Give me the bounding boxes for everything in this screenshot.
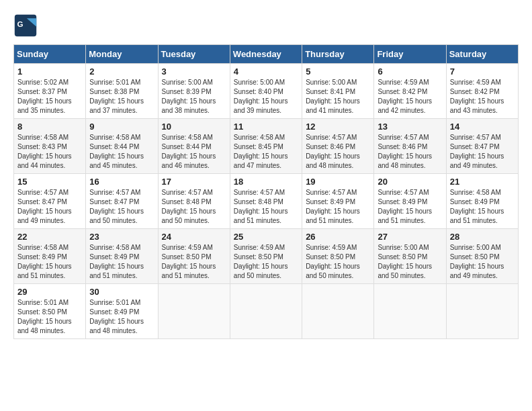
calendar-cell: 9 Sunrise: 4:58 AM Sunset: 8:44 PM Dayli… [86,119,158,174]
day-number: 15 [17,177,82,187]
day-number: 26 [306,232,370,242]
day-info: Sunrise: 5:00 AM Sunset: 8:50 PM Dayligh… [450,243,515,281]
calendar-cell: 27 Sunrise: 5:00 AM Sunset: 8:50 PM Dayl… [374,229,446,284]
col-sunday: Sunday [14,45,86,64]
day-info: Sunrise: 4:58 AM Sunset: 8:45 PM Dayligh… [234,133,298,171]
day-info: Sunrise: 4:59 AM Sunset: 8:50 PM Dayligh… [162,243,226,281]
day-number: 1 [17,66,82,77]
day-number: 17 [162,177,226,187]
day-number: 2 [89,66,154,77]
calendar-cell: 10 Sunrise: 4:58 AM Sunset: 8:44 PM Dayl… [158,119,230,174]
calendar-cell: 8 Sunrise: 4:58 AM Sunset: 8:43 PM Dayli… [14,119,86,174]
day-info: Sunrise: 5:00 AM Sunset: 8:40 PM Dayligh… [234,78,298,116]
day-info: Sunrise: 5:00 AM Sunset: 8:41 PM Dayligh… [306,78,370,116]
calendar-cell: 17 Sunrise: 4:57 AM Sunset: 8:48 PM Dayl… [158,174,230,229]
calendar-cell: 18 Sunrise: 4:57 AM Sunset: 8:48 PM Dayl… [230,174,302,229]
calendar-cell [230,284,302,339]
day-number: 10 [162,122,226,132]
col-tuesday: Tuesday [158,45,230,64]
day-number: 29 [17,287,82,297]
day-info: Sunrise: 4:59 AM Sunset: 8:42 PM Dayligh… [450,78,515,116]
day-info: Sunrise: 5:01 AM Sunset: 8:49 PM Dayligh… [89,298,154,336]
day-number: 28 [450,232,515,242]
calendar-cell: 11 Sunrise: 4:58 AM Sunset: 8:45 PM Dayl… [230,119,302,174]
calendar-cell: 3 Sunrise: 5:00 AM Sunset: 8:39 PM Dayli… [158,64,230,119]
page-header: G [13,13,519,38]
day-info: Sunrise: 4:59 AM Sunset: 8:50 PM Dayligh… [234,243,298,281]
day-info: Sunrise: 4:57 AM Sunset: 8:48 PM Dayligh… [162,188,226,226]
day-number: 13 [378,122,442,132]
day-info: Sunrise: 4:57 AM Sunset: 8:49 PM Dayligh… [306,188,370,226]
calendar-cell: 26 Sunrise: 4:59 AM Sunset: 8:50 PM Dayl… [302,229,374,284]
calendar-row: 1 Sunrise: 5:02 AM Sunset: 8:37 PM Dayli… [14,64,519,119]
calendar-cell: 2 Sunrise: 5:01 AM Sunset: 8:38 PM Dayli… [86,64,158,119]
calendar-row: 8 Sunrise: 4:58 AM Sunset: 8:43 PM Dayli… [14,119,519,174]
day-number: 16 [89,177,154,187]
calendar-row: 22 Sunrise: 4:58 AM Sunset: 8:49 PM Dayl… [14,229,519,284]
day-number: 8 [17,122,82,132]
day-info: Sunrise: 5:01 AM Sunset: 8:50 PM Dayligh… [17,298,82,336]
calendar-cell: 25 Sunrise: 4:59 AM Sunset: 8:50 PM Dayl… [230,229,302,284]
calendar-cell: 20 Sunrise: 4:57 AM Sunset: 8:49 PM Dayl… [374,174,446,229]
day-number: 3 [162,66,226,77]
calendar-row: 15 Sunrise: 4:57 AM Sunset: 8:47 PM Dayl… [14,174,519,229]
calendar-cell: 15 Sunrise: 4:57 AM Sunset: 8:47 PM Dayl… [14,174,86,229]
day-info: Sunrise: 5:00 AM Sunset: 8:39 PM Dayligh… [162,78,226,116]
col-monday: Monday [86,45,158,64]
calendar-header-row: Sunday Monday Tuesday Wednesday Thursday… [14,45,519,64]
day-info: Sunrise: 4:57 AM Sunset: 8:46 PM Dayligh… [306,133,370,171]
calendar-cell: 6 Sunrise: 4:59 AM Sunset: 8:42 PM Dayli… [374,64,446,119]
calendar-cell: 23 Sunrise: 4:58 AM Sunset: 8:49 PM Dayl… [86,229,158,284]
calendar-cell: 14 Sunrise: 4:57 AM Sunset: 8:47 PM Dayl… [446,119,518,174]
calendar-cell: 28 Sunrise: 5:00 AM Sunset: 8:50 PM Dayl… [446,229,518,284]
calendar-cell: 7 Sunrise: 4:59 AM Sunset: 8:42 PM Dayli… [446,64,518,119]
calendar-cell: 5 Sunrise: 5:00 AM Sunset: 8:41 PM Dayli… [302,64,374,119]
col-saturday: Saturday [446,45,518,64]
day-info: Sunrise: 5:01 AM Sunset: 8:38 PM Dayligh… [89,78,154,116]
calendar-cell: 21 Sunrise: 4:58 AM Sunset: 8:49 PM Dayl… [446,174,518,229]
day-info: Sunrise: 4:57 AM Sunset: 8:49 PM Dayligh… [378,188,442,226]
calendar-cell [446,284,518,339]
day-number: 6 [378,66,442,77]
calendar-row: 29 Sunrise: 5:01 AM Sunset: 8:50 PM Dayl… [14,284,519,339]
calendar-cell [374,284,446,339]
calendar-cell: 13 Sunrise: 4:57 AM Sunset: 8:46 PM Dayl… [374,119,446,174]
calendar-cell: 19 Sunrise: 4:57 AM Sunset: 8:49 PM Dayl… [302,174,374,229]
calendar-body: 1 Sunrise: 5:02 AM Sunset: 8:37 PM Dayli… [14,64,519,339]
calendar-cell: 1 Sunrise: 5:02 AM Sunset: 8:37 PM Dayli… [14,64,86,119]
calendar-cell: 4 Sunrise: 5:00 AM Sunset: 8:40 PM Dayli… [230,64,302,119]
day-info: Sunrise: 4:57 AM Sunset: 8:47 PM Dayligh… [89,188,154,226]
day-number: 12 [306,122,370,132]
calendar-table: Sunday Monday Tuesday Wednesday Thursday… [13,44,519,339]
day-number: 27 [378,232,442,242]
day-info: Sunrise: 4:57 AM Sunset: 8:48 PM Dayligh… [234,188,298,226]
day-number: 18 [234,177,298,187]
calendar-cell [302,284,374,339]
day-info: Sunrise: 4:58 AM Sunset: 8:43 PM Dayligh… [17,133,82,171]
day-number: 22 [17,232,82,242]
day-info: Sunrise: 4:58 AM Sunset: 8:49 PM Dayligh… [17,243,82,281]
day-info: Sunrise: 5:00 AM Sunset: 8:50 PM Dayligh… [378,243,442,281]
day-info: Sunrise: 4:58 AM Sunset: 8:49 PM Dayligh… [450,188,515,226]
day-info: Sunrise: 4:57 AM Sunset: 8:46 PM Dayligh… [378,133,442,171]
day-number: 24 [162,232,226,242]
day-number: 19 [306,177,370,187]
calendar-cell: 16 Sunrise: 4:57 AM Sunset: 8:47 PM Dayl… [86,174,158,229]
day-number: 30 [89,287,154,297]
day-number: 4 [234,66,298,77]
day-info: Sunrise: 4:59 AM Sunset: 8:50 PM Dayligh… [306,243,370,281]
day-info: Sunrise: 4:59 AM Sunset: 8:42 PM Dayligh… [378,78,442,116]
col-thursday: Thursday [302,45,374,64]
col-friday: Friday [374,45,446,64]
day-info: Sunrise: 4:58 AM Sunset: 8:44 PM Dayligh… [89,133,154,171]
day-number: 23 [89,232,154,242]
day-number: 5 [306,66,370,77]
calendar-cell: 24 Sunrise: 4:59 AM Sunset: 8:50 PM Dayl… [158,229,230,284]
logo-icon: G [13,13,38,38]
day-info: Sunrise: 5:02 AM Sunset: 8:37 PM Dayligh… [17,78,82,116]
logo: G [13,13,40,38]
day-number: 14 [450,122,515,132]
calendar-cell [158,284,230,339]
day-info: Sunrise: 4:58 AM Sunset: 8:44 PM Dayligh… [162,133,226,171]
calendar-cell: 29 Sunrise: 5:01 AM Sunset: 8:50 PM Dayl… [14,284,86,339]
